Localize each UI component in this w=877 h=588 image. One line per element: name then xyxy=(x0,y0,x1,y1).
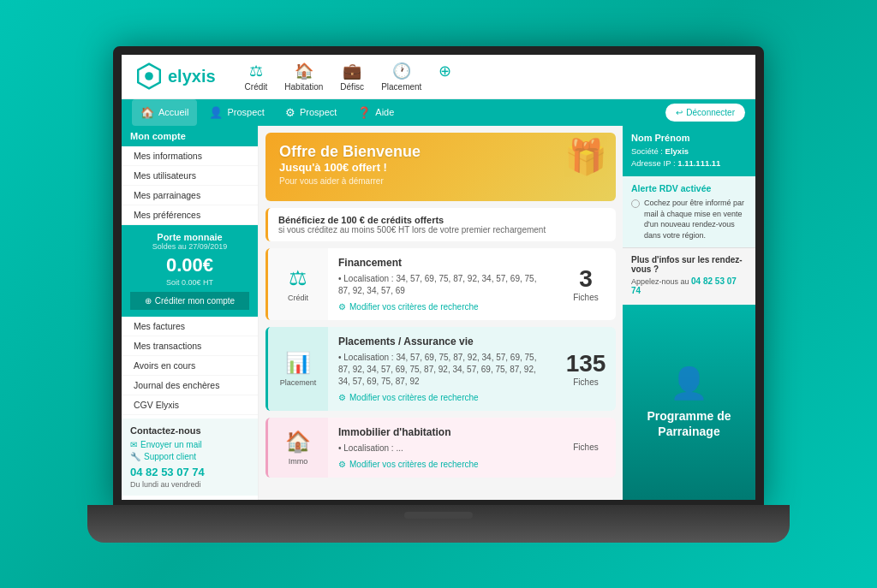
sidebar-mes-preferences[interactable]: Mes préférences xyxy=(122,205,258,225)
nav-credit-label: Crédit xyxy=(245,82,268,92)
card-immo-modify-label: Modifier vos critères de recherche xyxy=(349,460,479,469)
secnav-accueil[interactable]: 🏠 Accueil xyxy=(132,99,197,126)
envoyer-mail-label: Envoyer un mail xyxy=(140,440,202,449)
porte-monnaie-date: Soldes au 27/09/2019 xyxy=(130,242,249,251)
svg-point-1 xyxy=(145,72,153,80)
card-immo: 🏠 Immo Immobilier d'habitation • Localis… xyxy=(265,418,616,478)
sidebar-mes-parrainages[interactable]: Mes parrainages xyxy=(122,186,258,205)
crediter-label: Créditer mon compte xyxy=(155,296,235,306)
sidebar-mon-compte-title: Mon compte xyxy=(122,126,258,146)
plus-circle-icon: ⊕ xyxy=(145,296,152,306)
logo-icon xyxy=(135,62,163,90)
sidebar-mes-utilisateurs[interactable]: Mes utilisateurs xyxy=(122,166,258,186)
habitation-icon: 🏠 xyxy=(295,62,313,80)
credit-info-desc: si vous créditez au moins 500€ HT lors d… xyxy=(278,225,606,235)
card-placement-count-num: 135 xyxy=(566,350,606,377)
person-icon: 👤 xyxy=(209,106,223,119)
card-immo-detail: • Localisation : ... xyxy=(338,442,546,454)
gear-icon: ⚙ xyxy=(285,106,295,119)
laptop-base xyxy=(87,505,790,543)
laptop-frame: elyxis ⚖ Crédit 🏠 Habitation 💼 Défisc xyxy=(87,46,790,543)
card-placement-detail: • Localisation : 34, 57, 69, 75, 87, 92,… xyxy=(338,352,546,388)
nav-habitation-label: Habitation xyxy=(284,82,323,92)
porte-monnaie-amount: 0.00€ xyxy=(130,254,249,276)
card-placement-title: Placements / Assurance vie xyxy=(338,336,546,347)
rdv-phone: 04 82 53 07 74 xyxy=(631,276,737,295)
cards-container: ⚖ Crédit Financement • Localisation : 34… xyxy=(265,248,616,478)
porte-monnaie-section: Porte monnaie Soldes au 27/09/2019 0.00€… xyxy=(122,225,258,317)
banner-title: Offre de Bienvenue xyxy=(279,143,602,161)
credit-info-box: Bénéficiez de 100 € de crédits offerts s… xyxy=(265,208,616,241)
envoyer-mail-link[interactable]: ✉ Envoyer un mail xyxy=(130,440,249,449)
card-credit-icon-label: Crédit xyxy=(288,294,308,302)
sidebar-journal[interactable]: Journal des enchères xyxy=(122,376,258,395)
rdv-title: Plus d'infos sur les rendez-vous ? xyxy=(631,255,747,274)
card-placement-modify[interactable]: ⚙ Modifier vos critères de recherche xyxy=(338,393,546,402)
alerte-box: Alerte RDV activée Cochez pour être info… xyxy=(623,176,755,248)
sidebar-mes-factures[interactable]: Mes factures xyxy=(122,317,258,336)
card-placement-count-label: Fiches xyxy=(573,377,598,387)
support-label: Support client xyxy=(144,452,196,461)
rdv-desc: Appelez-nous au 04 82 53 07 74 xyxy=(631,276,747,295)
nav-placement[interactable]: 🕐 Placement xyxy=(381,62,421,92)
card-credit-icon-area: ⚖ Crédit xyxy=(268,248,328,320)
card-immo-title: Immobilier d'habitation xyxy=(338,426,546,438)
logo-text: elyxis xyxy=(168,67,216,86)
main-content: Mon compte Mes informations Mes utilisat… xyxy=(122,126,755,500)
card-placement-body: Placements / Assurance vie • Localisatio… xyxy=(328,327,556,411)
center-area: Offre de Bienvenue Jusqu'à 100€ offert !… xyxy=(259,126,623,500)
card-placement-modify-label: Modifier vos critères de recherche xyxy=(349,393,479,402)
deconnect-button[interactable]: ↩ Déconnecter xyxy=(665,104,745,122)
card-credit-count: 3 Fiches xyxy=(556,248,616,320)
card-placement-count: 135 Fiches xyxy=(556,327,616,411)
secnav-accueil-label: Accueil xyxy=(158,107,188,117)
porte-monnaie-title: Porte monnaie xyxy=(130,232,249,242)
settings3-icon: ⚙ xyxy=(338,460,346,469)
alerte-title: Alerte RDV activée xyxy=(631,183,747,193)
secnav-prospect2[interactable]: ⚙ Prospect xyxy=(277,99,345,126)
immo-card-icon: 🏠 xyxy=(285,430,311,454)
porte-monnaie-ht: Soit 0.00€ HT xyxy=(130,278,249,287)
sidebar-phone: 04 82 53 07 74 xyxy=(130,466,249,478)
sidebar: Mon compte Mes informations Mes utilisat… xyxy=(122,126,259,500)
card-credit-title: Financement xyxy=(338,257,546,269)
logo-area: elyxis xyxy=(135,62,216,90)
card-credit-detail: • Localisation : 34, 57, 69, 75, 87, 92,… xyxy=(338,273,546,297)
user-adresse-value: 1.11.111.11 xyxy=(677,158,720,168)
help-icon: ❓ xyxy=(357,106,371,119)
home-icon: 🏠 xyxy=(140,106,154,119)
secondary-navigation: 🏠 Accueil 👤 Prospect ⚙ Prospect ❓ Aide xyxy=(122,99,755,126)
secnav-prospect1[interactable]: 👤 Prospect xyxy=(200,99,272,126)
card-credit: ⚖ Crédit Financement • Localisation : 34… xyxy=(265,248,616,320)
top-navigation: elyxis ⚖ Crédit 🏠 Habitation 💼 Défisc xyxy=(122,55,755,99)
sidebar-avoirs[interactable]: Avoirs en cours xyxy=(122,356,258,376)
defisc-icon: 💼 xyxy=(343,62,361,80)
welcome-banner: Offre de Bienvenue Jusqu'à 100€ offert !… xyxy=(265,133,616,201)
support-link[interactable]: 🔧 Support client xyxy=(130,452,249,461)
contactez-section: Contactez-nous ✉ Envoyer un mail 🔧 Suppo… xyxy=(122,419,258,496)
card-placement-icon-area: 📊 Placement xyxy=(268,327,328,411)
nav-plus[interactable]: ⊕ xyxy=(438,62,451,92)
user-name: Nom Prénom xyxy=(631,133,747,143)
crediter-button[interactable]: ⊕ Créditer mon compte xyxy=(130,292,249,310)
parrainage-banner[interactable]: 👤 Programme deParrainage xyxy=(623,305,755,499)
parrainage-icon: 👤 xyxy=(670,365,708,401)
secnav-aide[interactable]: ❓ Aide xyxy=(349,99,403,126)
card-immo-modify[interactable]: ⚙ Modifier vos critères de recherche xyxy=(338,460,546,469)
placement-card-icon: 📊 xyxy=(285,351,311,375)
credit-info-title: Bénéficiez de 100 € de crédits offerts xyxy=(278,215,606,225)
alerte-checkbox[interactable] xyxy=(631,199,640,208)
card-credit-modify[interactable]: ⚙ Modifier vos critères de recherche xyxy=(338,302,546,312)
nav-habitation[interactable]: 🏠 Habitation xyxy=(284,62,323,92)
nav-placement-label: Placement xyxy=(381,82,421,92)
card-credit-body: Financement • Localisation : 34, 57, 69,… xyxy=(328,248,556,320)
alerte-text: Cochez pour être informé par mail à chaq… xyxy=(644,198,747,241)
contactez-title: Contactez-nous xyxy=(130,425,249,436)
sidebar-mes-informations[interactable]: Mes informations xyxy=(122,146,258,166)
sidebar-cgv[interactable]: CGV Elyxis xyxy=(122,395,258,415)
card-credit-modify-label: Modifier vos critères de recherche xyxy=(349,302,479,312)
nav-credit[interactable]: ⚖ Crédit xyxy=(245,62,268,92)
sidebar-mes-transactions[interactable]: Mes transactions xyxy=(122,336,258,356)
nav-defisc[interactable]: 💼 Défisc xyxy=(340,62,364,92)
app-container: elyxis ⚖ Crédit 🏠 Habitation 💼 Défisc xyxy=(122,55,755,500)
